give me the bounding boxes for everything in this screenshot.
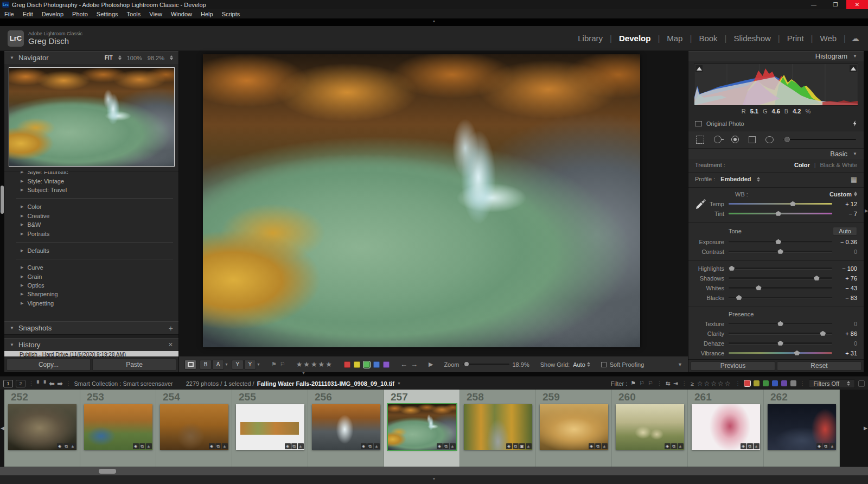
cloud-sync-icon[interactable]: ☁ bbox=[846, 34, 868, 43]
filmstrip-right-arrow-icon[interactable]: ▶ bbox=[864, 425, 867, 431]
preset-item[interactable]: ▶Style: Futuristic bbox=[21, 171, 178, 176]
color-label-yellow[interactable] bbox=[354, 361, 360, 368]
collection-badge-icon[interactable]: ⧉ bbox=[291, 443, 297, 449]
preset-item[interactable]: ▶Defaults bbox=[21, 246, 178, 255]
menu-window[interactable]: Window bbox=[167, 11, 196, 17]
collection-badge-icon[interactable]: ⧉ bbox=[367, 443, 373, 449]
develop-badge-icon[interactable]: ± bbox=[374, 443, 380, 449]
wb-value[interactable]: Custom bbox=[829, 191, 852, 198]
menu-view[interactable]: View bbox=[145, 11, 167, 17]
zoom-updown-icon[interactable] bbox=[170, 55, 173, 60]
filter-flag-unflagged-icon[interactable]: ⚐ bbox=[639, 380, 644, 387]
paste-button[interactable]: Paste bbox=[92, 359, 176, 371]
preset-item[interactable]: ▶Sharpening bbox=[21, 290, 178, 298]
vibrance-value[interactable]: + 31 bbox=[832, 350, 857, 355]
collection-badge-icon[interactable]: ⧉ bbox=[747, 443, 753, 449]
main-monitor-button[interactable]: 1 bbox=[3, 380, 13, 387]
photo-thumbnail[interactable]: ◈⧉± bbox=[692, 404, 760, 450]
right-panel-collapse-rail[interactable]: ▶ bbox=[864, 51, 868, 372]
keyword-badge-icon[interactable]: ◈ bbox=[437, 443, 443, 449]
filmstrip-cell[interactable]: 252 ◈⧉± bbox=[4, 390, 80, 467]
whites-slider[interactable] bbox=[729, 287, 832, 289]
whites-value[interactable]: − 43 bbox=[832, 285, 857, 291]
develop-badge-icon[interactable]: ± bbox=[450, 443, 456, 449]
navigator-preview[interactable] bbox=[9, 67, 175, 167]
treatment-bw-button[interactable]: Black & White bbox=[820, 162, 857, 168]
snapshots-header[interactable]: ▼ Snapshots + bbox=[4, 321, 178, 334]
shadows-value[interactable]: + 76 bbox=[832, 275, 857, 282]
module-web[interactable]: Web bbox=[813, 34, 844, 43]
before-after-right-button[interactable]: A bbox=[212, 360, 224, 370]
develop-badge-icon[interactable]: ± bbox=[754, 443, 760, 449]
keyword-badge-icon[interactable]: ◈ bbox=[57, 443, 63, 449]
menu-scripts[interactable]: Scripts bbox=[218, 11, 245, 17]
photo-thumbnail[interactable]: ◈⧉± bbox=[236, 404, 304, 450]
contrast-value[interactable]: 0 bbox=[832, 249, 857, 255]
color-label-red[interactable] bbox=[344, 361, 350, 368]
rating-stars[interactable]: ★★★★★ bbox=[296, 360, 333, 368]
filmstrip-cell-selected[interactable]: 257 ◈⧉± bbox=[384, 390, 460, 467]
filmstrip-left-arrow-icon[interactable]: ◀ bbox=[1, 425, 4, 431]
vibrance-slider[interactable] bbox=[729, 352, 832, 354]
filter-flag-pick-icon[interactable]: ⚑ bbox=[630, 380, 636, 387]
filmstrip-scrollbar[interactable] bbox=[0, 467, 868, 475]
tint-slider[interactable] bbox=[729, 213, 832, 214]
filter-chip-blue[interactable] bbox=[772, 380, 778, 386]
menu-file[interactable]: File bbox=[0, 11, 18, 17]
radial-filter-tool-icon[interactable] bbox=[765, 136, 774, 143]
filter-chip-green[interactable] bbox=[763, 380, 769, 386]
preset-item[interactable]: ▶Grain bbox=[21, 272, 178, 281]
filmstrip-forward-icon[interactable]: ➡ bbox=[57, 380, 62, 387]
menu-develop[interactable]: Develop bbox=[37, 11, 68, 17]
keyword-badge-icon[interactable]: ◈ bbox=[133, 443, 139, 449]
temp-knob[interactable] bbox=[790, 201, 796, 206]
menu-edit[interactable]: Edit bbox=[18, 11, 37, 17]
temp-slider[interactable] bbox=[729, 203, 832, 205]
blacks-slider[interactable] bbox=[729, 297, 832, 298]
left-panel-scrollbar[interactable] bbox=[1, 186, 4, 214]
dehaze-slider[interactable] bbox=[729, 342, 832, 344]
rating-gte[interactable]: ≥ bbox=[691, 380, 694, 387]
filter-toggle-icon[interactable] bbox=[858, 380, 865, 387]
keyword-badge-icon[interactable]: ◈ bbox=[209, 443, 215, 449]
collection-badge-icon[interactable]: ⧉ bbox=[215, 443, 221, 449]
grid-updown-icon[interactable] bbox=[587, 362, 590, 367]
menu-tools[interactable]: Tools bbox=[123, 11, 145, 17]
develop-badge-icon[interactable]: ± bbox=[829, 443, 835, 449]
keyword-badge-icon[interactable]: ◈ bbox=[506, 443, 512, 449]
color-label-purple[interactable] bbox=[383, 361, 390, 368]
collection-badge-icon[interactable]: ⧉ bbox=[671, 443, 677, 449]
collection-badge-icon[interactable]: ⧉ bbox=[63, 443, 69, 449]
previous-photo-button[interactable]: ← bbox=[400, 360, 407, 368]
collection-badge-icon[interactable]: ⧉ bbox=[139, 443, 145, 449]
develop-badge-icon[interactable]: ± bbox=[602, 443, 608, 449]
crop-tool-icon[interactable] bbox=[696, 136, 704, 144]
shadows-slider[interactable] bbox=[729, 277, 832, 279]
preset-item[interactable]: ▶Color bbox=[21, 202, 178, 211]
preset-item[interactable]: ▶Creative bbox=[21, 212, 178, 220]
photo-thumbnail[interactable]: ◈⧉± bbox=[768, 404, 836, 450]
exposure-value[interactable]: − 0.36 bbox=[832, 239, 857, 245]
filter-chip-purple[interactable] bbox=[781, 380, 787, 386]
filmstrip-cell[interactable]: 260 ◈⧉± bbox=[612, 390, 688, 467]
develop-badge-icon[interactable]: ± bbox=[222, 443, 228, 449]
red-eye-tool-icon[interactable] bbox=[731, 136, 739, 143]
photo-thumbnail[interactable]: ◈⧉± bbox=[84, 404, 152, 450]
crop-badge-icon[interactable]: ▣ bbox=[519, 443, 525, 449]
filter-chip-yellow[interactable] bbox=[754, 380, 760, 386]
develop-badge-icon[interactable]: ± bbox=[146, 443, 152, 449]
loupe-view-button[interactable] bbox=[184, 360, 196, 370]
next-photo-button[interactable]: → bbox=[411, 360, 418, 368]
exposure-knob[interactable] bbox=[775, 239, 781, 244]
collection-badge-icon[interactable]: ⧉ bbox=[443, 443, 449, 449]
profile-updown-icon[interactable] bbox=[757, 177, 760, 182]
show-grid-value[interactable]: Auto bbox=[573, 361, 585, 368]
bottom-collapse-strip[interactable]: ▼ bbox=[0, 475, 868, 484]
develop-badge-icon[interactable]: ± bbox=[298, 443, 304, 449]
navigator-fit[interactable]: FIT bbox=[105, 55, 113, 61]
color-label-blue[interactable] bbox=[373, 361, 380, 368]
compare-dropdown-icon[interactable]: ▼ bbox=[257, 362, 260, 366]
reject-flag-icon[interactable]: ⚐ bbox=[280, 361, 285, 368]
grid-view-icon[interactable]: ▘▝ bbox=[37, 380, 46, 386]
slideshow-play-button[interactable]: ▶ bbox=[429, 361, 433, 368]
